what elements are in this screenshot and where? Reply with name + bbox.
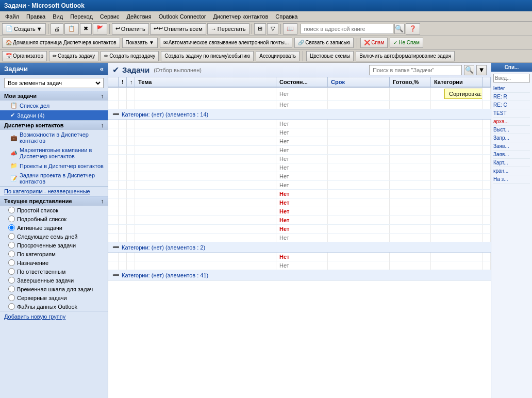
view-by-responsible[interactable]: По ответственным: [0, 267, 108, 276]
forward-button[interactable]: → Переслать: [207, 23, 250, 35]
task-table[interactable]: ! ↑ Тема Состоян... Срок Готово,% Катего…: [108, 77, 491, 398]
add-group-link[interactable]: Добавить новую группу: [0, 311, 108, 322]
col-icon[interactable]: [108, 77, 119, 87]
right-panel-item[interactable]: На з...: [493, 175, 530, 184]
views-header[interactable]: Текущее представление ↑: [0, 196, 108, 206]
table-row[interactable]: Нет: [108, 128, 491, 137]
right-panel-item[interactable]: Заяв...: [493, 142, 530, 151]
show-button[interactable]: Показать ▼: [122, 38, 158, 48]
view-active-tasks[interactable]: Активные задачи: [0, 223, 108, 232]
col-flag[interactable]: ↑: [127, 77, 135, 87]
address-search-button[interactable]: 🔍: [394, 24, 405, 34]
delete-button[interactable]: ✖: [80, 23, 92, 35]
right-panel-item[interactable]: letter: [493, 85, 530, 93]
menu-edit[interactable]: Правка: [23, 12, 48, 21]
table-row[interactable]: Нет: [108, 155, 491, 163]
reply-button[interactable]: ↩ Ответить: [112, 23, 149, 35]
by-category-link[interactable]: По категориям - незавершенные: [0, 187, 108, 196]
view-detailed-list-radio[interactable]: [8, 215, 15, 222]
right-panel-item[interactable]: Карт...: [493, 159, 530, 167]
sidebar-item-campaigns[interactable]: 📣 Маркетинговые кампании в Диспетчер кон…: [0, 145, 108, 161]
category-row[interactable]: ➖ Категории: (нет) (элементов : 41): [108, 270, 491, 280]
right-panel-item[interactable]: TEST: [493, 109, 530, 118]
table-row[interactable]: Нет: [108, 146, 491, 155]
filter-button[interactable]: ▽: [267, 23, 278, 35]
reply-all-button[interactable]: ↩↩ Ответить всем: [150, 23, 206, 35]
view-overdue[interactable]: Просроченные задачи: [0, 241, 108, 250]
create-task-button[interactable]: ✏ Создать задачу: [49, 51, 98, 61]
home-page-button[interactable]: 🏠 Домашняя страница Диспетчера контактов: [2, 38, 120, 48]
table-row[interactable]: Нет: [108, 163, 491, 172]
table-row[interactable]: Нет: [108, 120, 491, 128]
sidebar-item-project-tasks[interactable]: 📝 Задачи проекта в Диспетчер контактов: [0, 171, 108, 186]
right-panel-item[interactable]: Выст...: [493, 126, 530, 134]
sidebar-item-opportunities[interactable]: 💼 Возможности в Диспетчер контактов: [0, 130, 108, 145]
view-data-files-radio[interactable]: [8, 303, 15, 310]
view-by-category-radio[interactable]: [8, 251, 15, 257]
print-button[interactable]: 🖨: [51, 23, 63, 35]
view-completed-radio[interactable]: [8, 277, 15, 284]
table-row[interactable]: Нет Сортировка: Срок: [108, 88, 491, 101]
view-completed[interactable]: Завершенные задачи: [0, 276, 108, 285]
flag-button[interactable]: 🚩: [93, 23, 107, 35]
organizer-button[interactable]: 📅 Организатор: [2, 51, 47, 61]
col-extra[interactable]: [483, 77, 491, 87]
sidebar-item-todo[interactable]: 📋 Список дел: [0, 101, 108, 110]
address-search-input[interactable]: [301, 24, 393, 34]
menu-view[interactable]: Вид: [49, 12, 66, 21]
task-search-input[interactable]: [369, 65, 462, 75]
menu-goto[interactable]: Переход: [67, 12, 96, 21]
right-panel-item[interactable]: RE: R: [493, 93, 530, 101]
table-row[interactable]: Нет: [108, 216, 491, 225]
auto-format-button[interactable]: Включить автоформатирование задач: [356, 51, 455, 61]
search-options-button[interactable]: ▼: [476, 65, 487, 75]
category-row[interactable]: ➖ Категории: (нет) (элементов : 2): [108, 242, 491, 253]
view-next-seven-radio[interactable]: [8, 233, 15, 240]
menu-help[interactable]: Справка: [272, 12, 301, 21]
right-panel-search[interactable]: [493, 74, 530, 82]
link-record-button[interactable]: 🔗 Связать с записью: [294, 38, 354, 48]
table-row[interactable]: Нет: [108, 234, 491, 242]
help-button[interactable]: ❓: [406, 23, 420, 35]
contacts-header[interactable]: Диспетчер контактов ↑: [0, 121, 108, 130]
view-timeline[interactable]: Временная шкала для задач: [0, 285, 108, 293]
menu-tools[interactable]: Сервис: [97, 12, 123, 21]
menu-actions[interactable]: Действия: [124, 12, 155, 21]
menu-contacts[interactable]: Диспетчер контактов: [210, 12, 271, 21]
menu-file[interactable]: Файл: [2, 12, 22, 21]
table-row[interactable]: Нет: [108, 225, 491, 234]
view-server-tasks[interactable]: Серверные задачи: [0, 293, 108, 302]
view-overdue-radio[interactable]: [8, 242, 15, 248]
table-row[interactable]: Нет: [108, 198, 491, 207]
right-panel-item[interactable]: кран...: [493, 167, 530, 175]
menu-connector[interactable]: Outlook Connector: [156, 12, 209, 21]
view-simple-list[interactable]: Простой список: [0, 206, 108, 214]
table-row[interactable]: Нет: [108, 261, 491, 270]
view-next-seven[interactable]: Следующие семь дней: [0, 232, 108, 241]
folder-select[interactable]: Все элементы задач: [6, 79, 102, 87]
book-button[interactable]: 📖: [283, 23, 297, 35]
associate-button[interactable]: Ассоциировать: [256, 51, 300, 61]
spam-button[interactable]: ❌ Спам: [360, 38, 388, 48]
col-subject[interactable]: Тема: [135, 77, 276, 87]
category-row[interactable]: ➖ Категории: (нет) (элементов : 14): [108, 109, 491, 120]
right-panel-item[interactable]: Запр...: [493, 134, 530, 142]
create-from-mail-button[interactable]: Создать задачу по письму\событию: [161, 51, 254, 61]
right-panel-item[interactable]: арха...: [493, 118, 530, 126]
view-data-files[interactable]: Файлы данных Outlook: [0, 302, 108, 311]
col-priority[interactable]: !: [119, 77, 127, 87]
task-search-button[interactable]: 🔍: [464, 65, 474, 75]
view-active-tasks-radio[interactable]: [8, 224, 15, 231]
create-subtask-button[interactable]: ✏ Создать подзадачу: [101, 51, 159, 61]
right-panel-item[interactable]: RE: C: [493, 101, 530, 109]
view-assignment[interactable]: Назначение: [0, 258, 108, 267]
view-detailed-list[interactable]: Подробный список: [0, 214, 108, 223]
table-row[interactable]: Нет: [108, 181, 491, 190]
col-status[interactable]: Состоян...: [276, 77, 328, 87]
view-timeline-radio[interactable]: [8, 286, 15, 292]
col-due[interactable]: Срок: [328, 77, 390, 87]
copy-button[interactable]: 📋: [64, 23, 79, 35]
folder-dropdown[interactable]: Все элементы задач: [4, 78, 104, 88]
my-tasks-header[interactable]: Мои задачи ↑: [0, 91, 108, 101]
col-categories[interactable]: Категории: [431, 77, 483, 87]
